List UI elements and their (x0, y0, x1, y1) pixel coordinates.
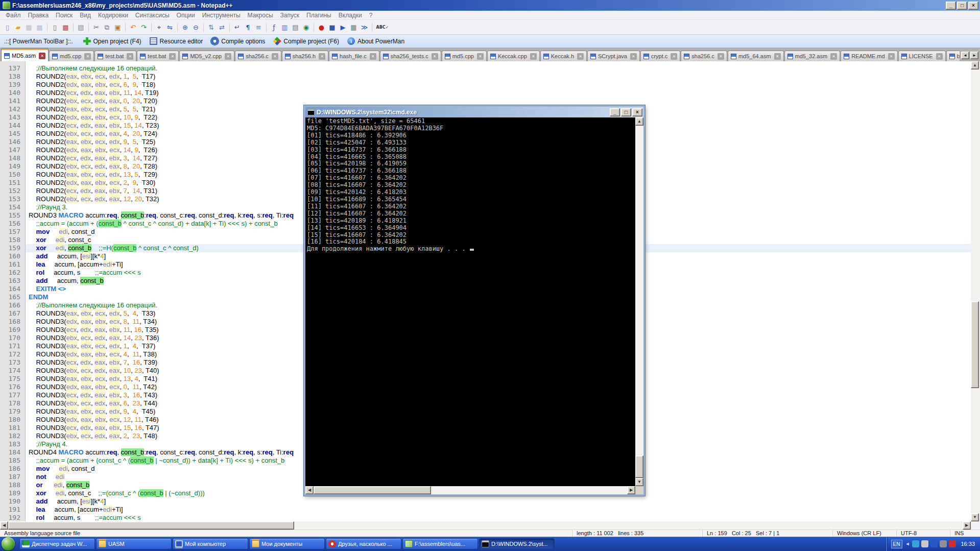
cmd-scroll-left-button[interactable]: ◀ (305, 486, 314, 494)
replace-icon[interactable]: ⇋ (165, 22, 175, 32)
tab-scroll-left-button[interactable]: ◄ (961, 52, 969, 59)
tab-Keccak.h[interactable]: Keccak.h✕ (540, 51, 587, 61)
cmd-scroll-right-button[interactable]: ▶ (627, 486, 635, 494)
minimize-button[interactable]: _ (946, 2, 956, 10)
tab-close-icon[interactable]: ✕ (671, 53, 677, 60)
tab-test.bat[interactable]: test.bat✕ (137, 51, 179, 61)
menu-item-Синтаксисы[interactable]: Синтаксисы (132, 11, 173, 19)
tab-MD5_v2.cpp[interactable]: MD5_v2.cpp✕ (179, 51, 234, 61)
cmd-vscroll-thumb[interactable] (635, 456, 643, 478)
cmd-maximize-button[interactable]: □ (621, 108, 631, 116)
sync-horizontal-icon[interactable]: ⇄ (217, 22, 227, 32)
taskbar-button-opera[interactable]: Друзья, насколько ... (326, 538, 401, 549)
menu-item-Плагины[interactable]: Плагины (303, 11, 335, 19)
tab-LICENSE[interactable]: LICENSE✕ (898, 51, 946, 61)
tab-close-icon[interactable]: ✕ (39, 53, 45, 59)
tray-icon-4[interactable] (940, 540, 947, 547)
menu-item-Инструменты[interactable]: Инструменты (199, 11, 244, 19)
taskbar-button-folder[interactable]: UASM (96, 538, 172, 549)
menu-item-Опции[interactable]: Опции (173, 11, 199, 19)
menu-item-Запуск[interactable]: Запуск (277, 11, 303, 19)
hscroll-thumb[interactable] (8, 521, 294, 530)
zoom-out-icon[interactable]: ⊖ (191, 22, 201, 32)
cmd-vscrollbar[interactable]: ▲ ▼ (635, 117, 643, 486)
tab-close-icon[interactable]: ✕ (127, 53, 133, 60)
tray-chevron-icon[interactable]: ◄ (905, 541, 910, 546)
menu-item-Вид[interactable]: Вид (76, 11, 94, 19)
menu-item-Кодировки[interactable]: Кодировки (94, 11, 132, 19)
taskbar-button-cmd[interactable]: D:\WINDOWS.2\syst... (479, 538, 555, 549)
scroll-left-button[interactable]: ◀ (0, 521, 8, 530)
powerman-plus-button[interactable]: Open project (F4) (80, 36, 147, 46)
stop-macro-icon[interactable]: ■ (327, 22, 337, 32)
tab-md5.cpp[interactable]: md5.cpp✕ (49, 51, 94, 61)
maximize-button[interactable]: □ (957, 2, 967, 10)
find-icon[interactable]: ⌖ (154, 22, 164, 32)
tab-sha256.h[interactable]: sha256.h✕ (282, 51, 328, 61)
tab-close-icon[interactable]: ✕ (630, 53, 637, 60)
tab-close-icon[interactable]: ✕ (169, 53, 176, 60)
cmd-output[interactable]: file 'testMD5.txt', size = 65461MD5: C97… (305, 117, 635, 486)
monitoring-icon[interactable]: ◉ (301, 22, 311, 32)
scroll-right-button[interactable]: ▶ (963, 521, 971, 530)
cmd-scroll-up-button[interactable]: ▲ (635, 117, 643, 126)
tab-md5_64.asm[interactable]: md5_64.asm✕ (728, 51, 784, 61)
powerman-diamond-button[interactable]: Compile project (F6) (270, 36, 344, 46)
tab-MD5.asm[interactable]: MD5.asm✕ (1, 48, 49, 61)
cmd-scroll-down-button[interactable]: ▼ (635, 478, 643, 486)
tab-close-icon[interactable]: ✕ (477, 53, 484, 60)
record-macro-icon[interactable]: ● (317, 22, 326, 32)
taskbar-button-taskmgr[interactable]: Диспетчер задач W... (19, 538, 95, 549)
taskbar-button-npp[interactable]: F:\assemblers\uas... (402, 538, 478, 549)
document-map-icon[interactable]: ▥ (280, 22, 290, 32)
editor-hscrollbar[interactable]: ◀ ▶ (0, 521, 971, 530)
powerman-info-button[interactable]: About PowerMan (344, 36, 410, 46)
tab-close-icon[interactable]: ✕ (577, 53, 584, 60)
close-button[interactable]: × (968, 2, 978, 10)
close-all-icon[interactable]: ▩ (61, 22, 70, 32)
tray-icon-2[interactable] (921, 540, 928, 547)
sync-vertical-icon[interactable]: ⇅ (206, 22, 216, 32)
powerman-gear-button[interactable]: Compile options (208, 36, 270, 46)
tab-SCrypt.java[interactable]: SCrypt.java✕ (587, 51, 640, 61)
word-wrap-icon[interactable]: ↵ (232, 22, 242, 32)
undo-icon[interactable]: ↶ (128, 22, 138, 32)
save-macro-icon[interactable]: ▦ (349, 22, 358, 32)
cut-icon[interactable]: ✂ (91, 22, 101, 32)
copy-icon[interactable]: ⧉ (102, 22, 112, 32)
tab-close-icon[interactable]: ✕ (272, 53, 278, 60)
taskbar-button-folder[interactable]: Мои документы (249, 538, 325, 549)
cmd-hscrollbar[interactable]: ◀ ▶ (305, 486, 635, 494)
tab-close-icon[interactable]: ✕ (774, 53, 781, 60)
tab-close-icon[interactable]: ✕ (370, 53, 376, 60)
taskbar-button-computer[interactable]: Мой компьютер (173, 538, 248, 549)
tab-sha256.c[interactable]: sha256.c✕ (235, 51, 281, 61)
tab-sha256_tests.c[interactable]: sha256_tests.c✕ (380, 51, 441, 61)
zoom-in-icon[interactable]: ⊕ (180, 22, 190, 32)
tray-icon-3[interactable] (930, 540, 938, 547)
tab-close-icon[interactable]: ✕ (830, 53, 837, 60)
function-list-icon[interactable]: ƒ (269, 22, 279, 32)
tab-close-icon[interactable]: ✕ (936, 53, 943, 60)
indent-guide-icon[interactable]: ≡ (254, 22, 264, 32)
tab-close-icon[interactable]: ✕ (888, 53, 895, 60)
tab-md5.cpp[interactable]: md5.cpp✕ (442, 51, 487, 61)
tab-hash_file.c[interactable]: hash_file.c✕ (329, 51, 379, 61)
tray-icon-1[interactable] (912, 540, 919, 547)
start-button[interactable] (2, 537, 15, 550)
tray-icon-5[interactable] (949, 540, 956, 547)
new-file-icon[interactable]: ▯ (3, 22, 12, 32)
title-bar[interactable]: F:\assemblers\uasm246_x86\my_projects\md… (0, 0, 980, 11)
menu-item-Файл[interactable]: Файл (2, 11, 25, 19)
show-all-characters-icon[interactable]: ¶ (243, 22, 253, 32)
cmd-window[interactable]: D:\WINDOWS.2\system32\cmd.exe _ □ × file… (304, 105, 645, 496)
tab-README.md[interactable]: README.md✕ (841, 51, 897, 61)
play-macro-icon[interactable]: ▶ (338, 22, 348, 32)
tab-close-icon[interactable]: ✕ (225, 53, 231, 60)
tab-Keccak.cpp[interactable]: Keccak.cpp✕ (487, 51, 540, 61)
cmd-close-button[interactable]: × (632, 108, 642, 116)
vscroll-thumb[interactable] (971, 301, 979, 388)
tab-close-icon[interactable]: ✕ (718, 53, 724, 60)
menu-item-Поиск[interactable]: Поиск (52, 11, 76, 19)
tab-close-icon[interactable]: ✕ (530, 53, 537, 60)
